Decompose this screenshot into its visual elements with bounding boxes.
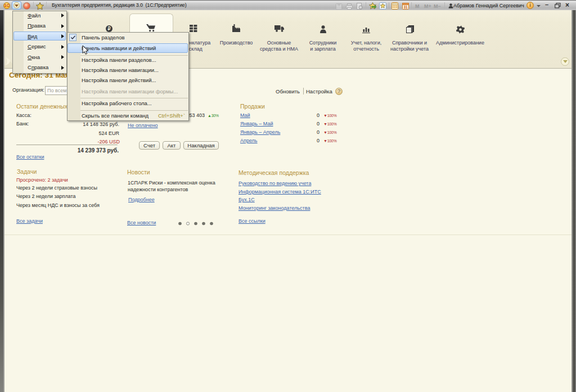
svg-text:31: 31 xyxy=(403,5,408,9)
svg-text:₽: ₽ xyxy=(107,26,110,31)
